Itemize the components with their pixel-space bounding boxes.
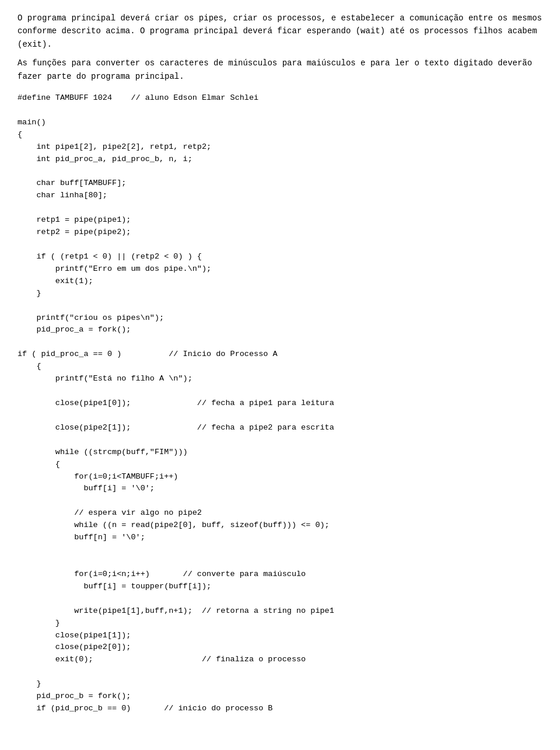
paragraph-1: O programa principal deverá criar os pip…	[18, 12, 542, 51]
paragraph-2: As funções para converter os caracteres …	[18, 57, 542, 83]
code-block: #define TAMBUFF 1024 // aluno Edson Elma…	[18, 92, 542, 715]
